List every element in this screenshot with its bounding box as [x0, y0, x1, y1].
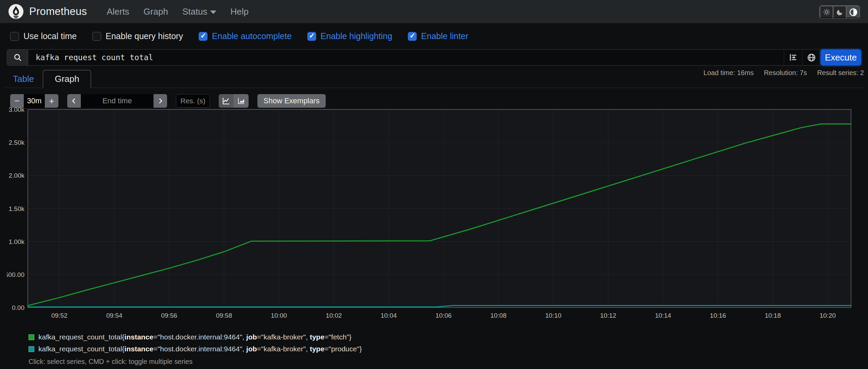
legend-hint: Click: select series, CMD + click: toggl… — [29, 358, 362, 366]
checkbox-checked-icon[interactable] — [307, 32, 316, 41]
light-theme-button[interactable] — [820, 6, 833, 18]
checkbox-icon[interactable] — [10, 32, 19, 41]
legend-item[interactable]: kafka_request_count_total{instance="host… — [29, 333, 362, 341]
time-back-button[interactable] — [67, 94, 81, 108]
line-chart-icon — [222, 97, 230, 105]
range-increase-button[interactable]: + — [45, 94, 58, 108]
moon-icon — [836, 8, 844, 16]
search-segment — [7, 50, 28, 65]
x-tick-label: 10:16 — [710, 312, 726, 319]
option-label: Enable linter — [421, 31, 468, 41]
checkbox-checked-icon[interactable] — [408, 32, 417, 41]
search-icon — [13, 53, 22, 62]
range-group: − + — [10, 94, 58, 108]
checkbox-icon[interactable] — [92, 32, 101, 41]
tab-table[interactable]: Table — [4, 70, 43, 88]
execute-button[interactable]: Execute — [820, 49, 861, 66]
x-tick-label: 09:58 — [216, 312, 232, 319]
tab-graph[interactable]: Graph — [43, 70, 91, 88]
x-tick-label: 09:56 — [161, 312, 177, 319]
graph-controls: − + Show Exemplars — [10, 94, 868, 108]
checkbox-checked-icon[interactable] — [199, 32, 207, 41]
resolution-input[interactable] — [176, 94, 210, 108]
nav-item-graph[interactable]: Graph — [139, 3, 173, 20]
x-tick-label: 09:52 — [51, 312, 68, 319]
tree-view-button[interactable] — [784, 50, 802, 65]
half-circle-icon — [849, 8, 857, 16]
x-tick-label: 10:00 — [271, 312, 287, 319]
x-tick-label: 10:06 — [435, 312, 452, 319]
x-tick-label: 10:02 — [326, 312, 342, 319]
x-tick-label: 10:08 — [490, 312, 507, 319]
query-expression-input[interactable] — [28, 50, 784, 65]
nav-links: Alerts Graph Status Help — [102, 3, 253, 20]
legend-series-name: kafka_request_count_total{instance="host… — [38, 333, 351, 341]
legend-swatch-icon — [29, 346, 34, 352]
x-tick-label: 10:20 — [820, 312, 836, 319]
end-time-group — [67, 94, 167, 108]
y-tick-label: 0.00 — [12, 304, 24, 311]
x-tick-label: 09:54 — [106, 312, 123, 319]
stacked-chart-icon — [237, 97, 245, 105]
chevron-left-icon — [71, 98, 77, 104]
dark-theme-button[interactable] — [833, 6, 846, 18]
option-use-local-time[interactable]: Use local time — [10, 31, 77, 41]
gear-icon — [823, 8, 831, 16]
caret-down-icon — [210, 11, 216, 14]
chart-type-toggle — [219, 94, 249, 108]
result-stats: Load time: 16msResolution: 7sResult seri… — [704, 69, 864, 77]
y-tick-label: 3.00k — [9, 106, 25, 113]
legend-item[interactable]: kafka_request_count_total{instance="host… — [29, 345, 362, 353]
prometheus-logo-icon — [8, 4, 24, 19]
query-options-row: Use local timeEnable query historyEnable… — [0, 23, 868, 48]
nav-item-help[interactable]: Help — [226, 3, 253, 20]
auto-theme-button[interactable] — [846, 6, 860, 18]
query-input-group — [7, 49, 820, 66]
result-stat: Load time: 16ms — [704, 69, 754, 77]
y-tick-label: 1.50k — [9, 205, 25, 212]
result-stat: Resolution: 7s — [764, 69, 807, 77]
y-tick-label: 2.00k — [9, 172, 25, 179]
brand[interactable]: Prometheus — [8, 4, 87, 19]
nav-item-status-dropdown[interactable]: Status — [178, 3, 221, 20]
series-legend: kafka_request_count_total{instance="host… — [29, 333, 362, 366]
range-decrease-button[interactable]: − — [10, 94, 24, 108]
option-enable-autocomplete[interactable]: Enable autocomplete — [199, 31, 292, 41]
option-enable-query-history[interactable]: Enable query history — [92, 31, 183, 41]
show-exemplars-button[interactable]: Show Exemplars — [257, 94, 326, 108]
option-enable-linter[interactable]: Enable linter — [408, 31, 468, 41]
y-tick-label: 2.50k — [9, 139, 25, 146]
range-input[interactable] — [24, 94, 45, 108]
x-tick-label: 10:12 — [600, 312, 616, 319]
nav-item-alerts[interactable]: Alerts — [102, 3, 134, 20]
chevron-right-icon — [157, 98, 164, 104]
theme-toggle-group — [819, 5, 860, 19]
result-stat: Result series: 2 — [817, 69, 864, 77]
option-enable-highlighting[interactable]: Enable highlighting — [307, 31, 392, 41]
stacked-chart-button[interactable] — [234, 94, 249, 108]
x-tick-label: 10:14 — [655, 312, 671, 319]
legend-swatch-icon — [29, 334, 34, 340]
x-tick-label: 10:10 — [545, 312, 562, 319]
option-label: Use local time — [23, 31, 77, 41]
line-chart-button[interactable] — [219, 94, 234, 108]
option-label: Enable highlighting — [321, 31, 392, 41]
y-tick-label: 1.00k — [9, 238, 25, 245]
time-forward-button[interactable] — [153, 94, 167, 108]
option-label: Enable query history — [106, 31, 183, 41]
end-time-input[interactable] — [81, 94, 153, 108]
legend-series-name: kafka_request_count_total{instance="host… — [38, 345, 362, 353]
y-tick-label: 500.00 — [7, 271, 24, 278]
navbar: Prometheus Alerts Graph Status Help — [0, 0, 868, 23]
query-bar: Execute — [7, 49, 861, 66]
tree-view-icon — [789, 53, 798, 62]
panel-tabs: Table Graph Load time: 16msResolution: 7… — [4, 70, 864, 88]
option-label: Enable autocomplete — [212, 31, 292, 41]
globe-icon — [807, 53, 816, 62]
x-tick-label: 10:18 — [765, 312, 781, 319]
time-series-chart[interactable]: 0.00500.001.00k1.50k2.00k2.50k3.00k09:52… — [7, 106, 861, 323]
metrics-explorer-button[interactable] — [802, 50, 820, 65]
brand-title: Prometheus — [29, 5, 87, 18]
x-tick-label: 10:04 — [381, 312, 397, 319]
